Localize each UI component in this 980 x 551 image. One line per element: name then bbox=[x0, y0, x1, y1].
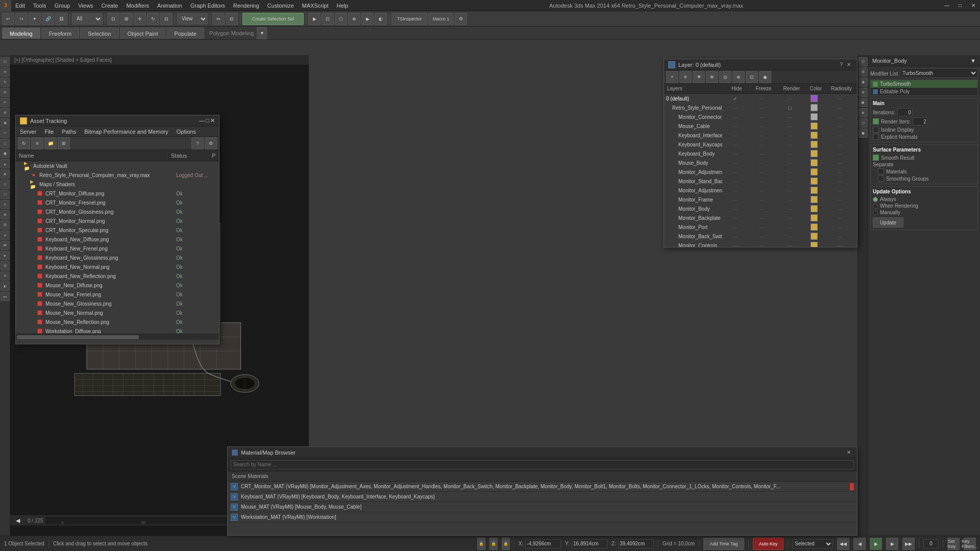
smooth-result-check[interactable] bbox=[873, 155, 879, 161]
layer-hide-cell[interactable]: — bbox=[722, 142, 748, 147]
layer-color-cell[interactable] bbox=[804, 150, 824, 157]
smoothing-check[interactable] bbox=[878, 176, 884, 182]
prev-frame-btn[interactable]: ◀◀ bbox=[837, 538, 849, 550]
lw-render-all-btn[interactable]: ◎ bbox=[719, 71, 731, 83]
layer-render-cell[interactable]: — bbox=[776, 243, 804, 247]
menu-create[interactable]: Create bbox=[97, 0, 122, 11]
lw-delete-btn[interactable]: ✕ bbox=[679, 71, 692, 83]
always-radio[interactable] bbox=[873, 197, 878, 202]
reference-coord-dropdown[interactable]: View bbox=[177, 13, 208, 24]
layer-radiosity-cell[interactable]: — bbox=[824, 96, 855, 102]
layer-freeze-cell[interactable]: — bbox=[748, 179, 776, 184]
at-map-row[interactable]: Mouse_New_Diffuse.png Ok bbox=[16, 281, 219, 290]
layer-radiosity-cell[interactable]: — bbox=[824, 151, 855, 157]
isolate-btn[interactable]: ⊟ bbox=[1, 261, 10, 270]
at-menu-bitmap[interactable]: Bitmap Performance and Memory bbox=[80, 127, 172, 136]
layer-render-cell[interactable]: — bbox=[776, 96, 804, 102]
lw-new-btn[interactable]: + bbox=[666, 71, 678, 83]
tab-modeling[interactable]: Modeling bbox=[2, 28, 40, 39]
layer-color-cell[interactable] bbox=[804, 95, 824, 102]
at-map-row[interactable]: CRT_Monitor_Normal.png Ok bbox=[16, 216, 219, 226]
lw-layer-row[interactable]: Monitor_Port — — — — bbox=[664, 222, 857, 232]
bridge-btn[interactable]: ⬡ bbox=[1, 190, 10, 199]
isoline-check[interactable] bbox=[873, 127, 879, 133]
modifier-dropdown[interactable]: TurboSmooth bbox=[900, 68, 978, 78]
render-iters-check[interactable] bbox=[873, 118, 879, 124]
schematic-btn[interactable]: ⊡ bbox=[322, 13, 334, 25]
layer-render-cell[interactable]: — bbox=[776, 179, 804, 184]
layer-color-cell[interactable] bbox=[804, 159, 824, 166]
play-btn[interactable]: ▶ bbox=[870, 538, 882, 550]
layer-render-cell[interactable]: — bbox=[776, 215, 804, 221]
mb-material-row[interactable]: V Workstation_MAT (VRayMtl) [Workstation… bbox=[228, 512, 857, 522]
move-btn[interactable]: ✛ bbox=[134, 13, 146, 25]
at-map-row[interactable]: CRT_Monitor_Glossiness.png Ok bbox=[16, 207, 219, 216]
layer-radiosity-cell[interactable]: — bbox=[824, 188, 855, 193]
layer-color-cell[interactable] bbox=[804, 242, 824, 247]
rotate-tool-btn[interactable]: ↻ bbox=[1, 78, 10, 87]
mb-material-row[interactable]: V CRT_Monitor_MAT (VRayMtl) [Monitor_Adj… bbox=[228, 482, 857, 492]
menu-group[interactable]: Group bbox=[51, 0, 75, 11]
at-list-btn[interactable]: ≡ bbox=[31, 137, 43, 149]
selected-dropdown[interactable]: Selected bbox=[792, 539, 833, 548]
lw-layer-row[interactable]: Monitor_Adjustment_Handles — — — — bbox=[664, 186, 857, 195]
manually-radio[interactable] bbox=[873, 210, 878, 215]
lw-hide-all-btn[interactable]: 👁 bbox=[693, 71, 705, 83]
lw-layer-row[interactable]: Keyboard_Kaycaps — — — — bbox=[664, 140, 857, 149]
select-tool-btn[interactable]: ⊡ bbox=[1, 57, 10, 66]
bevel-btn[interactable]: ◈ bbox=[1, 169, 10, 179]
rp-icon1[interactable]: ⊡ bbox=[859, 57, 868, 66]
layer-color-cell[interactable] bbox=[804, 223, 824, 231]
lw-select-btn[interactable]: ⊡ bbox=[746, 71, 758, 83]
at-help-btn[interactable]: ? bbox=[191, 137, 204, 149]
layer-render-cell[interactable]: — bbox=[776, 114, 804, 120]
layer-render-cell[interactable]: — bbox=[776, 169, 804, 175]
tsinspector-btn[interactable]: TSInspector bbox=[391, 13, 427, 25]
layer-color-cell[interactable] bbox=[804, 132, 824, 139]
lock-z-btn[interactable]: 🔒 bbox=[502, 538, 510, 550]
layer-hide-cell[interactable]: — bbox=[722, 105, 748, 111]
at-menu-server[interactable]: Server bbox=[16, 127, 40, 136]
layer-radiosity-cell[interactable]: — bbox=[824, 142, 855, 147]
at-menu-paths[interactable]: Paths bbox=[58, 127, 80, 136]
paint-btn[interactable]: ✏ bbox=[1, 98, 10, 107]
layer-color-cell[interactable] bbox=[804, 214, 824, 221]
layer-hide-cell[interactable]: — bbox=[722, 160, 748, 166]
at-map-row[interactable]: Mouse_New_Reflection.png Ok bbox=[16, 317, 219, 327]
layer-freeze-cell[interactable]: — bbox=[748, 169, 776, 175]
at-grid-btn[interactable]: ⊞ bbox=[58, 137, 70, 149]
layer-color-cell[interactable] bbox=[804, 168, 824, 176]
conform-btn[interactable]: ≋ bbox=[1, 271, 10, 281]
auto-key-btn[interactable]: Auto Key bbox=[753, 538, 783, 550]
layer-hide-cell[interactable]: — bbox=[722, 224, 748, 230]
sub-sel-btn[interactable]: ▼ bbox=[1, 251, 10, 260]
layer-render-cell[interactable]: — bbox=[776, 151, 804, 157]
at-map-row[interactable]: Mouse_New_Glossiness.png Ok bbox=[16, 299, 219, 308]
link-btn[interactable]: 🔗 bbox=[42, 13, 54, 25]
layer-freeze-cell[interactable]: — bbox=[748, 160, 776, 166]
menu-customize[interactable]: Customize bbox=[263, 0, 298, 11]
at-menu-options[interactable]: Options bbox=[173, 127, 200, 136]
layer-radiosity-cell[interactable]: — bbox=[824, 179, 855, 184]
mb-material-row[interactable]: V Mouse_MAT (VRayMtl) [Mouse_Body, Mouse… bbox=[228, 502, 857, 512]
layer-color-cell[interactable] bbox=[804, 141, 824, 148]
layer-freeze-cell[interactable]: — bbox=[748, 142, 776, 147]
layer-freeze-cell[interactable]: — bbox=[748, 206, 776, 212]
menu-animation[interactable]: Animation bbox=[153, 0, 186, 11]
when-rendering-radio[interactable] bbox=[873, 204, 878, 209]
layer-radiosity-cell[interactable]: — bbox=[824, 215, 855, 221]
at-map-row[interactable]: Keyboard_New_Reflection.png Ok bbox=[16, 271, 219, 281]
x-input[interactable] bbox=[525, 539, 561, 548]
next-frame-btn[interactable]: ▶▶ bbox=[902, 538, 915, 550]
key-filters-btn[interactable]: Key Filters... bbox=[964, 538, 976, 550]
frame-input[interactable] bbox=[923, 539, 939, 548]
layer-radiosity-cell[interactable]: — bbox=[824, 243, 855, 247]
at-col-p[interactable]: P bbox=[209, 150, 219, 161]
menu-help[interactable]: Help bbox=[333, 0, 353, 11]
create-selection-btn[interactable]: Create Selection Sel bbox=[242, 13, 304, 25]
activeshade-btn[interactable]: ◐ bbox=[375, 13, 387, 25]
at-settings2-btn[interactable]: ⚙ bbox=[205, 137, 217, 149]
at-row-maxfile[interactable]: ■ Retro_Style_Personal_Computer_max_vray… bbox=[16, 170, 219, 180]
rp-icon3[interactable]: ◉ bbox=[859, 78, 868, 87]
lw-freeze-all-btn[interactable]: ❄ bbox=[706, 71, 718, 83]
